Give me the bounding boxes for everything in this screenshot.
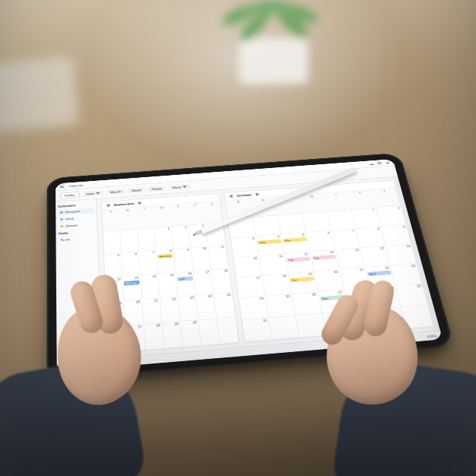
day-number: 9 [187,249,189,252]
calendar-day-cell[interactable]: 5 [104,253,123,278]
calendar-day-cell[interactable]: 13Review [123,275,143,301]
calendar-day-cell[interactable]: 23 [391,264,422,286]
calendar-day-cell[interactable]: 20 [124,300,144,326]
day-number: 13 [135,276,138,279]
calendar-day-cell[interactable]: 26 [292,293,322,316]
calendar-day-cell[interactable]: 26 [107,326,127,354]
chevron-left-icon [106,204,109,207]
day-number: 28 [156,324,160,328]
calendar-day-cell[interactable]: 23 [179,295,199,322]
today-button[interactable]: Today [60,192,80,199]
calendar-day-cell[interactable]: 9 [174,248,194,272]
close-button[interactable] [385,161,390,164]
photo-scene: Calendar Today New Month [0,0,476,476]
day-number: 17 [256,277,261,280]
calendar-day-cell[interactable]: 18 [211,268,232,294]
calendar-day-cell [401,305,433,328]
calendar-day-cell[interactable]: 21 [142,298,162,325]
calendar-day-cell[interactable]: 7 [139,251,158,275]
calendar-day-cell [349,309,380,333]
prev-month-button[interactable] [105,203,111,208]
share-button[interactable]: Share [148,186,166,192]
calendar-day-cell[interactable]: 2 [376,206,406,227]
day-number: 19 [118,302,122,305]
calendar-day-cell[interactable]: 16Call [176,271,197,297]
calendar-day-cell[interactable]: 1 [154,227,173,250]
calendar-day-cell[interactable]: 12Trip [284,252,314,274]
day-number: 1 [373,209,375,212]
new-event-button[interactable]: New [82,190,103,197]
maximize-button[interactable] [377,162,381,165]
calendar-day-cell[interactable]: 6 [306,230,335,252]
day-number: 11 [279,255,284,258]
calendar-day-cell[interactable]: 30 [396,284,427,307]
calendar-day-cell[interactable]: 27Gym [318,290,348,314]
calendar-event[interactable]: Plan [283,237,306,243]
calendar-day-cell[interactable]: 31 [243,318,273,342]
calendar-day-cell[interactable]: 10 [233,255,262,278]
calendar-event[interactable]: Due [290,277,314,283]
calendar-day-cell[interactable]: 12 [105,277,124,303]
day-number: 18 [282,274,287,278]
zoom-level[interactable]: 100% [426,334,437,338]
calendar-day-cell [138,228,157,252]
calendar-day-cell[interactable]: 25 [265,294,295,318]
calendar-day-cell[interactable]: 25 [214,292,236,319]
calendar-day-cell[interactable]: 24 [240,297,269,320]
calendar-day-cell[interactable]: 20 [314,270,344,293]
more-button[interactable]: More [168,184,191,191]
minimize-button[interactable] [370,164,374,165]
day-number: 13 [329,251,334,254]
sidebar-item-shared[interactable]: Shared [58,221,94,230]
calendar-day-cell[interactable]: 29 [370,286,401,309]
calendar-day-cell[interactable]: 17 [236,276,265,299]
calendar-day-cell[interactable]: 22 [160,297,181,323]
calendar-event[interactable]: Plan [258,239,281,244]
day-number: 30 [192,321,197,325]
calendar-day-cell[interactable]: 15 [158,272,178,298]
calendar-day-cell[interactable]: 19Due [288,272,318,295]
day-number: 14 [355,249,360,252]
calendar-event[interactable]: Trip [312,255,336,261]
calendar-day-cell[interactable]: 24 [196,294,217,320]
next-month-button[interactable] [138,201,144,205]
calendar-day-cell[interactable]: 4Plan [256,234,285,255]
calendar-day-cell[interactable]: 28 [144,323,164,351]
calendar-day-cell[interactable]: 16 [386,244,417,266]
calendar-day-cell[interactable]: 18 [262,274,292,297]
view-month-button[interactable]: Month [106,189,125,195]
calendar-day-cell[interactable]: 8Meeting [157,249,176,274]
calendar-event[interactable]: Trip [286,256,310,262]
calendar-day-cell[interactable]: 14 [141,274,160,300]
calendar-day-cell[interactable]: 22Sync [366,266,396,289]
day-number: 25 [286,295,290,298]
calendar-day-cell[interactable]: 5Plan [281,233,310,254]
calendar-day-cell[interactable]: 30 [181,320,202,347]
calendar-day-cell[interactable]: 27 [125,325,146,352]
calendar-day-cell[interactable]: 13Trip [310,250,340,272]
calendar-day-cell[interactable]: 17 [194,270,214,295]
calendar-day-cell[interactable]: 3 [231,236,259,258]
prev-month-button[interactable] [228,194,234,198]
calendar-event[interactable]: Meeting [157,254,173,259]
calendar-day-cell[interactable]: 21 [340,268,370,290]
calendar-day-cell[interactable]: 28 [344,288,376,312]
day-number: 21 [154,299,159,302]
menu-icon[interactable] [60,185,65,188]
calendar-day-cell[interactable]: 11 [259,254,288,276]
calendar-day-cell[interactable]: 19 [106,301,126,328]
calendar-day-cell[interactable]: 6 [122,252,141,277]
calendar-day-cell[interactable]: 11 [208,245,229,269]
calendar-day-cell[interactable]: 9 [381,225,411,246]
calendar-event[interactable]: Call [177,276,193,281]
next-month-button[interactable] [255,192,261,197]
calendar-event[interactable]: Review [124,280,140,285]
day-number: 24 [259,297,264,300]
sidebar-item-todo[interactable]: To-do [58,235,95,243]
calendar-day-cell[interactable]: 2 [172,225,192,249]
calendar-event[interactable]: Gym [320,295,345,301]
view-week-button[interactable]: Week [128,187,145,193]
day-of-week-header: T [136,206,155,229]
calendar-day-cell[interactable]: 29 [163,322,183,349]
calendar-event[interactable]: Sync [367,271,392,277]
